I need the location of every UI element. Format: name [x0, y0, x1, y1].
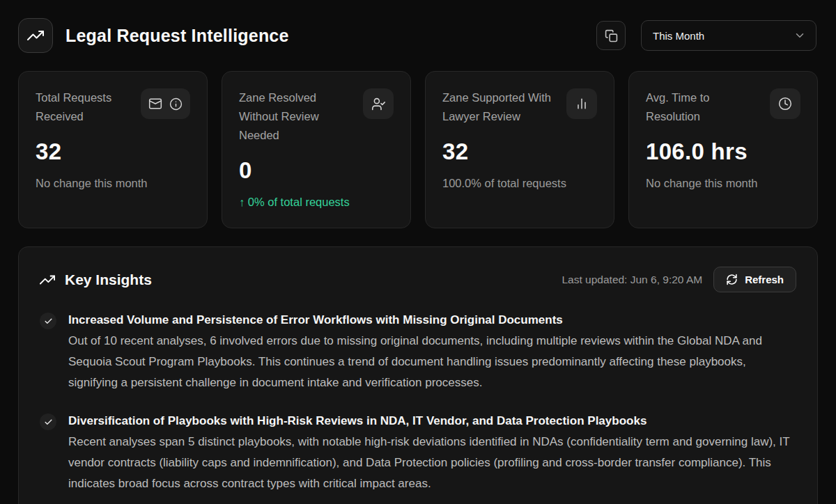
check-icon [40, 313, 56, 329]
insight-body: Out of 10 recent analyses, 6 involved er… [68, 331, 796, 393]
stat-value: 32 [36, 139, 190, 165]
page-title: Legal Request Intelligence [65, 26, 289, 46]
stat-subtitle: 100.0% of total requests [442, 177, 597, 190]
key-insights-header: Key Insights Last updated: Jun 6, 9:20 A… [40, 267, 796, 292]
key-insights-title: Key Insights [65, 271, 152, 288]
stat-label: Total Requests Received [36, 88, 141, 126]
stat-icon-box [363, 88, 394, 119]
stat-subtitle: ↑ 0% of total requests [239, 196, 394, 209]
refresh-icon [726, 274, 738, 285]
stat-value: 106.0 hrs [646, 139, 800, 165]
mail-icon [148, 97, 162, 111]
check-icon [40, 414, 56, 430]
insight-title: Increased Volume and Persistence of Erro… [68, 310, 796, 331]
stat-label: Zane Supported With Lawyer Review [442, 88, 566, 126]
stats-row: Total Requests Received 32 No change thi… [0, 67, 836, 238]
chevron-down-icon [794, 29, 806, 42]
trending-up-icon [40, 272, 55, 288]
page-header: Legal Request Intelligence This Month [0, 0, 836, 67]
bar-chart-icon [575, 97, 589, 111]
app-logo [18, 18, 53, 53]
refresh-button[interactable]: Refresh [713, 267, 796, 292]
info-icon[interactable] [169, 97, 183, 111]
stat-value: 0 [239, 157, 394, 184]
stat-label: Zane Resolved Without Review Needed [239, 88, 363, 145]
insight-item: Increased Volume and Persistence of Erro… [40, 310, 796, 393]
last-updated-text: Last updated: Jun 6, 9:20 AM [562, 274, 702, 286]
stat-subtitle: No change this month [36, 177, 190, 190]
insight-title: Diversification of Playbooks with High-R… [68, 411, 796, 432]
stat-icon-box [141, 88, 190, 119]
clock-icon [778, 97, 792, 111]
stat-value: 32 [442, 139, 597, 165]
key-insights-panel: Key Insights Last updated: Jun 6, 9:20 A… [18, 246, 818, 504]
insight-item: Diversification of Playbooks with High-R… [40, 411, 796, 494]
stat-label: Avg. Time to Resolution [646, 88, 770, 126]
stat-card-zane-resolved: Zane Resolved Without Review Needed 0 ↑ … [222, 71, 411, 228]
period-select-value: This Month [653, 30, 704, 42]
copy-button[interactable] [596, 21, 626, 50]
user-check-icon [371, 97, 386, 111]
insight-body: Recent analyses span 5 distinct playbook… [68, 432, 796, 494]
period-select[interactable]: This Month [641, 20, 816, 51]
header-actions: This Month [596, 20, 816, 51]
copy-icon [605, 29, 618, 42]
stat-card-total-requests: Total Requests Received 32 No change thi… [18, 71, 208, 228]
trending-up-icon [27, 27, 44, 44]
stat-card-avg-time: Avg. Time to Resolution 106.0 hrs No cha… [628, 71, 818, 228]
stat-subtitle: No change this month [646, 177, 800, 190]
refresh-button-label: Refresh [745, 274, 784, 285]
stat-card-zane-supported: Zane Supported With Lawyer Review 32 100… [425, 71, 614, 228]
stat-icon-box [566, 88, 597, 119]
stat-icon-box [770, 88, 800, 119]
